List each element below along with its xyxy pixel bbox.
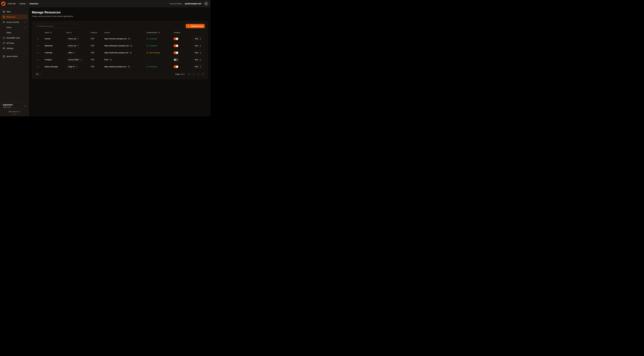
sidebar-item-label: Server Admin (6, 55, 18, 58)
search-icon (36, 25, 38, 27)
col-name[interactable]: Name (45, 32, 66, 34)
arrow-right-icon (199, 52, 201, 54)
edit-button[interactable]: Edit (193, 50, 203, 55)
next-page-button[interactable] (196, 72, 200, 76)
site-link[interactable]: Second Office (66, 58, 84, 62)
row-menu-button[interactable] (36, 65, 40, 68)
resources-toolbar: Add Resource (35, 24, 205, 28)
col-authentication[interactable]: Authentication (146, 32, 174, 34)
copy-button[interactable] (128, 66, 130, 68)
org-selector[interactable]: Organization Home Lab (1, 103, 28, 109)
access-url: https://battery.example.com (104, 66, 126, 68)
site-link[interactable]: Home Lab (66, 37, 81, 41)
table-row: Bitwarden Home Lab TCP https://bitwarden… (35, 42, 205, 49)
table-row: Immich Home Lab TCP https://immich.examp… (35, 35, 205, 42)
site-name: Home Lab (68, 45, 76, 47)
col-site[interactable]: Site (66, 32, 90, 34)
key-icon (3, 42, 5, 44)
copy-button[interactable] (128, 38, 130, 40)
edit-label: Edit (195, 38, 198, 40)
resources-table: Name Site Protocol Access Authenticati (35, 30, 205, 70)
enabled-toggle[interactable] (174, 38, 178, 40)
enabled-toggle[interactable] (174, 65, 178, 68)
site-link[interactable]: Home Lab (66, 44, 81, 48)
documentation-link[interactable]: Documentation (170, 2, 182, 5)
copy-icon (128, 66, 130, 68)
arrow-right-icon (199, 45, 201, 47)
table-body: Immich Home Lab TCP https://immich.examp… (35, 35, 205, 70)
sidebar-item-label: API Keys (6, 42, 14, 44)
page-title: Manage Resources (32, 10, 208, 14)
edit-button[interactable]: Edit (193, 58, 203, 62)
shield-check-icon (146, 45, 148, 47)
table-row: Battery Manager Edge 01 TCP https://batt… (35, 63, 205, 70)
auth-label: - (146, 59, 147, 61)
open-source-link[interactable]: Open Source (1, 111, 28, 113)
resources-icon (3, 16, 5, 18)
sidebar-item-settings[interactable]: Settings (1, 46, 28, 51)
enabled-toggle[interactable] (174, 58, 178, 61)
page-size-value: 20 (36, 73, 38, 75)
app-logo[interactable] (1, 1, 6, 6)
enabled-toggle[interactable] (174, 44, 178, 47)
chevron-right-icon (24, 26, 26, 28)
copy-icon (110, 59, 112, 61)
first-page-button[interactable] (187, 72, 191, 76)
last-page-button[interactable] (201, 72, 205, 76)
sidebar-item-label: Users (6, 26, 12, 28)
breadcrumb-settings[interactable]: settings (19, 2, 26, 5)
edit-button[interactable]: Edit (193, 64, 203, 69)
add-resource-label: Add Resource (190, 25, 203, 27)
row-menu-button[interactable] (36, 44, 40, 48)
copy-button[interactable] (110, 58, 112, 61)
edit-button[interactable]: Edit (193, 37, 203, 41)
chevron-right-icon (27, 3, 28, 4)
sidebar-item-users[interactable]: Users (1, 25, 28, 30)
prev-page-button[interactable] (192, 72, 195, 76)
site-link[interactable]: Edge 01 (66, 65, 79, 68)
org-value: Home Lab (3, 106, 12, 108)
copy-button[interactable] (130, 44, 132, 47)
add-resource-button[interactable]: Add Resource (186, 24, 205, 28)
chevron-down-icon (39, 73, 41, 75)
link-icon (3, 37, 5, 39)
site-link[interactable]: Office (66, 51, 77, 55)
table-header: Name Site Protocol Access Authenticati (35, 30, 205, 35)
external-link-icon (80, 59, 82, 60)
sites-icon (3, 10, 5, 13)
ellipsis-icon (37, 45, 39, 47)
page-size-select[interactable]: 20 (35, 72, 42, 76)
sidebar-item-sites[interactable]: Sites (1, 9, 28, 14)
protocol: TCP (90, 38, 104, 40)
sidebar-item-shareable-links[interactable]: Shareable Links (1, 35, 28, 40)
sidebar-item-server-admin[interactable]: Server Admin (1, 54, 28, 59)
users-group-icon (3, 21, 5, 23)
sidebar: Sites Resources Access Control Users Rol… (0, 7, 29, 116)
edit-button[interactable]: Edit (193, 44, 203, 48)
sidebar-item-access-control[interactable]: Access Control (1, 20, 28, 24)
copy-button[interactable] (130, 52, 132, 54)
enabled-toggle[interactable] (174, 52, 178, 54)
sidebar-item-roles[interactable]: Roles (1, 30, 28, 35)
org-label: Organization (3, 104, 12, 106)
breadcrumb-home-lab[interactable]: home-lab (8, 2, 16, 5)
external-link-icon (74, 52, 75, 54)
row-menu-button[interactable] (36, 37, 40, 40)
sidebar-item-api-keys[interactable]: API Keys (1, 40, 28, 46)
sidebar-item-resources[interactable]: Resources (1, 14, 28, 19)
row-menu-button[interactable] (36, 58, 40, 61)
chevron-down-icon (24, 21, 26, 23)
resource-name: Authentik (45, 52, 66, 54)
pangolin-logo-icon (1, 2, 6, 6)
avatar[interactable]: J (204, 2, 208, 6)
page-subtitle: Create secure proxies to your private ap… (32, 15, 208, 17)
ellipsis-icon (37, 38, 39, 40)
site-name: Second Office (68, 59, 79, 61)
protocol: TCP (90, 66, 104, 68)
user-email[interactable]: joe@example.com (185, 2, 202, 5)
external-link-icon (76, 66, 77, 68)
copy-icon (130, 45, 132, 47)
chevrons-right-icon (202, 73, 204, 75)
search-input[interactable] (39, 25, 77, 27)
row-menu-button[interactable] (36, 51, 40, 54)
